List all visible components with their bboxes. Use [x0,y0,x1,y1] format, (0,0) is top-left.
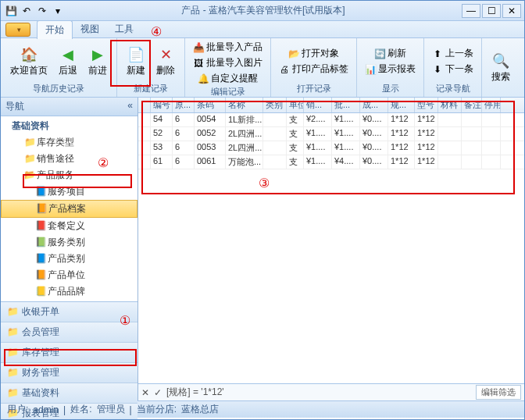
home-icon: 🏠 [20,45,38,64]
table-cell: 0061 [195,155,226,169]
column-header[interactable]: 规... [388,98,415,112]
minimize-button[interactable]: — [462,4,480,18]
tree-node[interactable]: 📘产品类别 [1,251,138,267]
table-row[interactable]: 52600522L四洲...支¥1....¥1....¥0....1*121*1… [138,127,524,141]
table-cell: 54 [151,113,173,126]
column-header[interactable]: 停用 [482,98,501,112]
column-header[interactable] [138,98,151,112]
tree-node[interactable]: 📘服务项目 [1,183,138,200]
tree-node[interactable]: 📕套餐定义 [1,218,138,234]
column-header[interactable]: 类别 [263,98,287,112]
filter-close-icon[interactable]: ✕ [141,387,149,398]
search-button[interactable]: 🔍搜索 [487,50,515,85]
delete-button[interactable]: ✕删除 [152,44,180,79]
table-cell: 1*12 [388,127,415,141]
grid-body[interactable]: 54600541L新排...支¥2....¥1....¥0....1*121*1… [138,113,524,383]
tab-tool[interactable]: 工具 [107,20,141,38]
folder-icon: 📁 [24,137,35,148]
nav-group[interactable]: 📁基础资料 [1,383,138,404]
table-row[interactable]: 54600541L新排...支¥2....¥1....¥0....1*121*1… [138,113,524,127]
close-button[interactable]: ✕ [502,4,521,18]
app-orb-button[interactable] [5,23,30,37]
table-cell: ¥0.... [360,113,388,126]
print-label-button[interactable]: 🖨打印产品标签 [276,62,352,77]
tree-node[interactable]: 📙产品单位 [1,267,138,283]
table-cell: 0053 [195,141,226,155]
maximize-button[interactable]: ☐ [482,4,501,18]
tree-node[interactable]: 📒产品品牌 [1,283,138,300]
nav-group[interactable]: 📁会员管理 [1,322,138,343]
forward-icon: ▶ [88,45,107,64]
nav-group[interactable]: 📁财务管理 [1,363,138,383]
column-header[interactable]: 型号 [415,98,438,112]
redo-icon[interactable]: ↷ [35,4,49,18]
tree-node[interactable]: 📁销售途径 [1,151,138,167]
column-header[interactable]: 销... [304,98,332,112]
table-cell [482,113,501,126]
back-button[interactable]: ◀后退 [54,44,82,79]
qat-dropdown-icon[interactable]: ▾ [51,4,65,18]
column-header[interactable]: 材料 [438,98,462,112]
filter-check-icon[interactable]: ✓ [154,387,162,398]
table-row[interactable]: 53600532L四洲...支¥1....¥1....¥0....1*121*1… [138,141,524,155]
ribbon-group-search: 🔍搜索 [482,38,520,97]
nav-group[interactable]: 📁收银开单 [1,302,138,322]
search-icon: 🔍 [491,52,510,70]
table-cell [438,155,462,169]
table-cell: 支 [287,141,304,155]
home-button[interactable]: 🏠欢迎首页 [5,44,52,79]
table-cell [482,141,501,155]
undo-icon[interactable]: ↶ [20,4,34,18]
item-icon: 📙 [35,269,46,280]
column-header[interactable]: 条码 [195,98,226,112]
item-icon: 📘 [35,186,46,197]
column-header[interactable]: 名称 [226,98,263,112]
delete-icon: ✕ [156,45,175,64]
save-icon[interactable]: 💾 [4,4,18,18]
refresh-button[interactable]: 🔄刷新 [362,46,419,61]
tree-node[interactable]: 📗服务类别 [1,234,138,251]
import-products-button[interactable]: 📥批量导入产品 [190,40,266,55]
group-label: 编辑记录 [190,86,266,98]
table-cell: 52 [151,127,173,141]
column-header[interactable]: 批... [332,98,360,112]
tab-start[interactable]: 开始 [37,20,73,39]
folder-icon: 📁 [7,367,19,378]
table-cell: 1*12 [388,141,415,155]
folder-icon: 📁 [7,387,19,398]
edit-filter-button[interactable]: 编辑筛选 [476,385,521,400]
table-cell: 1L新排... [226,113,263,126]
table-cell: ¥1.... [332,141,360,155]
custom-reminder-button[interactable]: 🔔自定义提醒 [190,71,266,86]
up-icon: ⬆ [432,48,443,59]
import-images-button[interactable]: 🖼批量导入图片 [190,55,266,70]
tree-root[interactable]: 基础资料 [1,118,138,134]
table-row[interactable]: 6160061万能泡...支¥1....¥4....¥0....1*121*12 [138,155,524,169]
tree-node-selected[interactable]: 📙产品档案 [1,200,138,218]
nav-group[interactable]: 📁库存管理 [1,343,138,363]
quick-access-toolbar: 💾 ↶ ↷ ▾ [4,4,65,18]
show-report-button[interactable]: 📊显示报表 [362,62,419,77]
tree-node[interactable]: 📁库存类型 [1,134,138,151]
nav-header: 导航« [1,98,138,116]
new-button[interactable]: 📄新建 [122,44,150,79]
item-icon: 📒 [35,286,46,297]
tab-view[interactable]: 视图 [73,20,107,38]
tree-node-expanded[interactable]: 📂产品服务 [1,167,138,183]
print-icon: 🖨 [279,64,290,75]
column-header[interactable]: 成... [360,98,388,112]
prev-record-button[interactable]: ⬆上一条 [429,46,477,61]
forward-button[interactable]: ▶前进 [84,44,112,79]
folder-icon: 📁 [24,153,35,164]
open-object-button[interactable]: 📂打开对象 [276,46,352,61]
next-record-button[interactable]: ⬇下一条 [429,62,477,77]
column-header[interactable]: 编号 [151,98,173,112]
table-cell: 1*12 [388,113,415,126]
column-header[interactable]: 原... [173,98,195,112]
window-title: 产品 - 蓝格汽车美容管理软件[试用版本] [65,4,462,17]
nav-collapse-icon[interactable]: « [127,100,133,113]
column-header[interactable]: 单位 [287,98,304,112]
folder-icon: 📁 [7,347,19,358]
column-header[interactable]: 备注 [462,98,482,112]
menubar: 开始 视图 工具 [1,21,524,38]
